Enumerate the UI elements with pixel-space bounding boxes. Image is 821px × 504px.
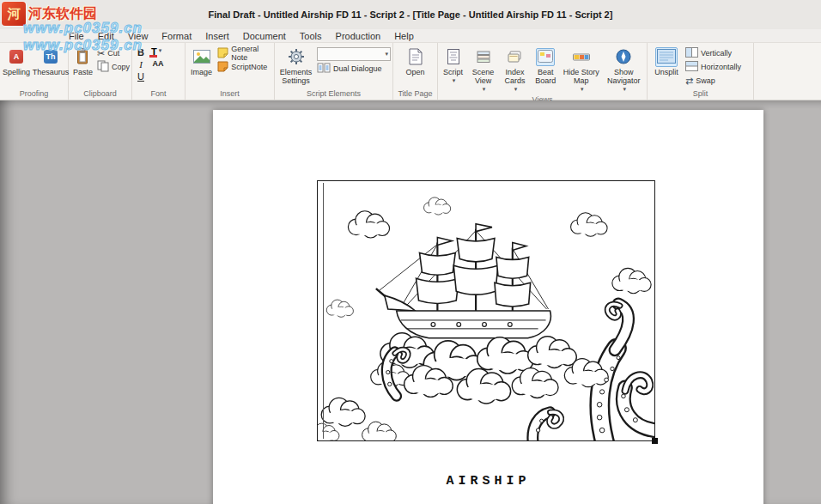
group-label-title-page: Title Page <box>395 89 435 100</box>
window-title: Final Draft - Untitled Airship FD 11 - S… <box>209 9 613 20</box>
title-page[interactable]: AIRSHIP <box>213 110 763 504</box>
scriptnote-icon <box>217 61 228 74</box>
title-page-image[interactable] <box>317 180 655 441</box>
underline-button[interactable]: U <box>134 71 148 82</box>
group-label-script-elements: Script Elements <box>277 89 391 100</box>
watermark-logo-icon: 河 <box>2 2 26 26</box>
split-horizontally-button[interactable]: Horizontally <box>685 61 741 73</box>
swap-arrows-icon: ⇄ <box>685 76 693 87</box>
chevron-down-icon: ▾ <box>514 85 518 94</box>
menu-production[interactable]: Production <box>329 31 388 41</box>
scene-view-button[interactable]: Scene View▾ <box>468 45 498 95</box>
general-note-button[interactable]: General Note <box>217 47 272 59</box>
chevron-down-icon: ▾ <box>483 85 486 94</box>
dual-dialogue-button[interactable]: Dual Dialogue <box>317 63 391 75</box>
italic-button[interactable]: I <box>134 59 148 70</box>
split-horizontal-icon <box>685 61 698 73</box>
chevron-down-icon: ▾ <box>453 76 456 85</box>
show-navigator-button[interactable]: Show Navigator▾ <box>603 45 645 95</box>
image-resize-handle[interactable] <box>652 438 658 444</box>
hide-story-map-button[interactable]: Hide Story Map▾ <box>562 45 601 95</box>
chevron-down-icon: ▾ <box>623 85 627 94</box>
index-cards-button[interactable]: Index Cards▾ <box>500 45 530 95</box>
gear-icon <box>288 46 305 67</box>
airship-illustration <box>318 181 654 440</box>
open-title-page-button[interactable]: Open <box>398 45 433 78</box>
text-caret <box>323 183 324 439</box>
group-label-split: Split <box>649 89 751 100</box>
ribbon-group-split: Unsplit Vertically Horizontally <box>648 43 754 100</box>
beat-board-button[interactable]: Beat Board <box>532 45 560 87</box>
swap-panes-button[interactable]: ⇄ Swap <box>685 75 741 87</box>
script-page-icon <box>447 46 459 67</box>
ribbon-group-script-elements: Elements Settings ▾ Dual Dialogue Scri <box>275 43 393 100</box>
story-map-icon <box>573 46 590 67</box>
menu-format[interactable]: Format <box>155 31 198 41</box>
unsplit-icon <box>655 47 678 67</box>
font-color-button[interactable]: T ▾ <box>151 47 165 58</box>
elements-settings-button[interactable]: Elements Settings <box>277 45 315 87</box>
group-label-clipboard: Clipboard <box>70 89 130 100</box>
beat-board-icon <box>536 48 555 66</box>
font-color-swatch <box>149 55 157 58</box>
unsplit-button[interactable]: Unsplit <box>649 45 684 78</box>
group-label-insert: Insert <box>187 89 272 100</box>
ribbon-group-insert: Image General Note ScriptNote <box>185 43 275 100</box>
menu-insert[interactable]: Insert <box>198 31 236 41</box>
script-view-button[interactable]: Script▾ <box>440 45 466 87</box>
script-title-text: AIRSHIP <box>213 474 763 489</box>
scriptnote-button[interactable]: ScriptNote <box>217 61 272 73</box>
general-note-icon <box>217 47 228 60</box>
menu-tools[interactable]: Tools <box>293 31 329 41</box>
menu-document[interactable]: Document <box>236 31 293 41</box>
group-label-proofing: Proofing <box>2 89 66 100</box>
chevron-down-icon: ▾ <box>581 85 584 94</box>
dual-dialogue-icon <box>317 63 331 75</box>
element-dropdown[interactable]: ▾ <box>317 47 391 61</box>
document-page-icon <box>409 46 423 67</box>
copy-icon <box>97 60 109 74</box>
split-vertically-button[interactable]: Vertically <box>685 47 741 59</box>
app-window: Final Draft - Untitled Airship FD 11 - S… <box>0 0 821 504</box>
document-area[interactable]: AIRSHIP <box>0 100 821 504</box>
watermark-url-1: www.pc0359.cn <box>23 20 143 37</box>
font-case-button[interactable]: AA <box>151 58 165 70</box>
scene-view-icon <box>477 46 490 67</box>
ribbon-filler <box>754 43 821 100</box>
index-cards-icon <box>508 46 521 67</box>
watermark-url-2: www.pc0359.cn <box>23 37 143 54</box>
ribbon-group-title-page: Open Title Page <box>393 43 438 100</box>
menu-help[interactable]: Help <box>387 31 421 41</box>
ribbon-group-views: Script▾ Scene View▾ Index Cards▾ <box>438 43 648 100</box>
group-label-font: Font <box>134 89 183 100</box>
chevron-down-icon: ▾ <box>159 47 162 54</box>
split-vertical-icon <box>685 47 698 59</box>
insert-image-button[interactable]: Image <box>187 45 216 78</box>
chevron-down-icon: ▾ <box>385 51 388 58</box>
spellcheck-icon: A <box>9 46 23 67</box>
image-icon <box>193 46 210 67</box>
copy-button[interactable]: Copy <box>97 61 130 73</box>
compass-icon <box>616 46 631 67</box>
